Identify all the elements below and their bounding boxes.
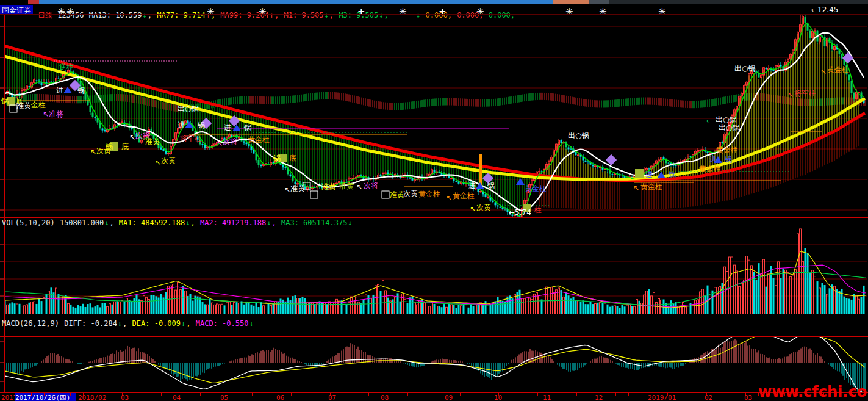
axis-tick: [265, 393, 265, 396]
axis-month-label: 2018/02: [78, 394, 106, 401]
annotation-label: 锅: [725, 156, 732, 164]
annotation-label: 准黄: [290, 185, 305, 193]
date-axis: 2017 2017/10/26(四) 2018/0203040506070809…: [0, 393, 868, 401]
annotation-label: 准黄: [321, 183, 336, 191]
indicator-value: VOL(5,10,20): [2, 219, 59, 227]
volume-header: VOL(5,10,20) 150801.000↓, MA1: 484592.18…: [2, 219, 353, 227]
axis-tick: [628, 393, 629, 396]
axis-tick: [57, 393, 57, 396]
indicator-value: DIFF: -0.284: [64, 319, 117, 328]
annotation-label: 锅: [273, 154, 281, 162]
axis-month-label: 04: [173, 394, 181, 401]
axis-tick: [200, 393, 201, 396]
annotation-label: 锅: [198, 121, 205, 129]
axis-tick: [70, 393, 71, 396]
annotation-label: 柱: [534, 206, 542, 214]
annotation-label: 次将: [364, 182, 378, 190]
annotation-label: 锅: [669, 171, 676, 179]
axis-month-label: 02: [705, 394, 712, 401]
indicator-value: ,: [123, 319, 131, 328]
axis-tick: [161, 393, 162, 396]
annotation-label: 准黄: [390, 191, 404, 199]
annotation-label: 进: [709, 156, 717, 164]
annotation-label: 金柱: [31, 101, 46, 109]
annotation-label: 出○锅: [568, 132, 589, 140]
indicator-value: ,: [186, 319, 195, 328]
macd-panel: [5, 328, 865, 394]
axis-tick: [525, 393, 525, 396]
axis-month-label: 06: [276, 394, 284, 401]
axis-start-label: 2017: [1, 394, 15, 401]
annotation-label: ↖: [129, 134, 135, 142]
axis-tick: [135, 393, 135, 396]
annotation-label: 黄金柱: [418, 190, 440, 198]
annotation-label: ↖: [446, 194, 452, 202]
annotation-label: ↖: [356, 183, 362, 191]
axis-tick: [615, 393, 616, 396]
annotation-label: ↖准将: [43, 110, 63, 118]
annotation-label: 黄金柱: [827, 66, 849, 74]
axis-tick: [291, 393, 292, 396]
trading-terminal: 国金证券 日线 123456 MA13: 10.559↓, MA77: 9.71…: [0, 0, 868, 401]
annotation-label: 锅: [1, 97, 9, 105]
annotation-label: ↖: [470, 205, 476, 213]
annotation-label: 黄金柱: [699, 165, 721, 173]
axis-tick: [187, 393, 187, 396]
indicator-value: ↓: [249, 319, 253, 328]
annotation-label: 进: [56, 87, 63, 95]
annotation-label: 出○锅: [719, 124, 739, 132]
axis-tick: [252, 393, 253, 396]
axis-month-label: 05: [220, 394, 228, 401]
chart-canvas[interactable]: [0, 0, 868, 401]
indicator-value: MA3: 605114.375: [281, 219, 347, 227]
annotation-label: ←: [706, 117, 712, 125]
volume-panel: [4, 229, 867, 314]
box-icon: [382, 191, 389, 198]
annotation-label: 出○锅: [734, 65, 755, 73]
annotation-label: 出○锅: [178, 105, 198, 113]
annotation-label: 锅: [487, 182, 495, 190]
indicator-value: ↓: [181, 319, 185, 328]
annotation-label: 黄金柱: [453, 192, 475, 200]
indicator-value: DEA: -0.009: [132, 319, 181, 328]
annotation-label: ←5.74: [509, 209, 531, 217]
axis-tick: [564, 393, 564, 396]
annotation-label: 黄金柱: [248, 136, 270, 144]
annotation-label: ↖: [174, 137, 180, 145]
axis-tick: [239, 393, 239, 396]
annotation-label: 次黄: [161, 157, 176, 165]
indicator-value: ,: [272, 219, 281, 227]
indicator-value: ↓: [104, 219, 109, 227]
axis-tick: [356, 393, 356, 396]
annotation-label: ↖: [155, 159, 161, 167]
annotation-label: ↖: [217, 140, 223, 148]
annotation-label: 进: [178, 121, 185, 129]
axis-month-label: 11: [543, 394, 551, 401]
axis-tick: [537, 393, 538, 396]
axis-tick: [368, 393, 369, 396]
annotation-label: 逆柱: [59, 63, 74, 71]
annotation-label: 次黄: [403, 190, 418, 198]
annotation-label: 将军柱: [180, 135, 202, 143]
annotation-label: 进: [645, 171, 653, 179]
annotation-label: 进: [224, 124, 231, 132]
annotation-label: 准黄: [16, 102, 31, 110]
axis-month-label: 2019/01: [648, 394, 676, 401]
indicator-value: ,: [190, 219, 199, 227]
axis-tick: [421, 393, 421, 396]
axis-tick: [576, 393, 577, 396]
axis-tick: [434, 393, 434, 396]
annotation-label: ↖: [820, 68, 827, 76]
cursor-date-box: 2017/10/26(四): [15, 393, 76, 401]
axis-tick: [720, 393, 720, 396]
annotation-label: 次将: [223, 138, 237, 146]
annotation-label: ↖: [284, 186, 290, 194]
indicator-value: MA1: 484592.188: [119, 219, 185, 227]
annotation-label: ←12.45: [811, 6, 838, 14]
axis-tick: [407, 393, 408, 396]
axis-month-label: 08: [381, 394, 389, 401]
axis-month-label: 09: [445, 394, 453, 401]
axis-month-label: 07: [328, 394, 336, 401]
indicator-value: ↓: [348, 219, 352, 227]
axis-tick: [486, 393, 486, 396]
